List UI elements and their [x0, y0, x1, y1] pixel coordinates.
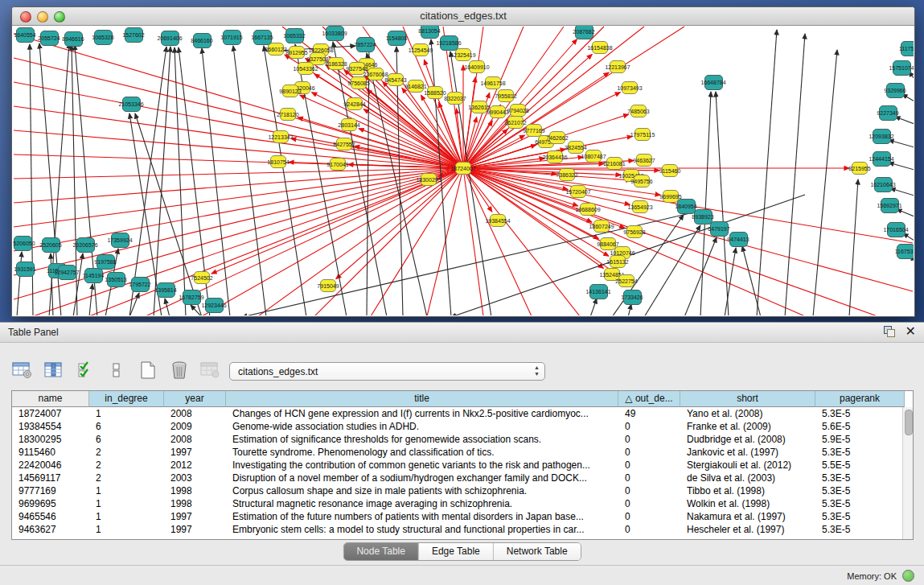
- graph-node[interactable]: 9884067: [600, 237, 616, 250]
- graph-node[interactable]: 11254549: [413, 43, 429, 56]
- graph-node[interactable]: 20364436: [547, 150, 563, 163]
- graph-node[interactable]: 15720407: [570, 185, 586, 198]
- graph-node[interactable]: 25206050: [14, 236, 32, 251]
- graph-node[interactable]: 1065328: [94, 30, 113, 45]
- table-row[interactable]: 946362711997Embryonic stem cells: a mode…: [12, 523, 913, 536]
- graph-node[interactable]: 18300295: [421, 173, 437, 186]
- graph-node[interactable]: 19384554: [490, 214, 506, 227]
- table-row[interactable]: 969969511998Structural magnetic resonanc…: [12, 497, 913, 510]
- column-header-name[interactable]: name: [12, 391, 89, 407]
- table-select-dropdown[interactable]: citations_edges.txt ▲▼: [229, 362, 545, 381]
- graph-node[interactable]: 1810754: [270, 155, 286, 168]
- column-header-pagerank[interactable]: pagerank: [815, 391, 905, 407]
- graph-node[interactable]: 8186328: [328, 57, 344, 70]
- column-header-out_de[interactable]: △ out_de...: [618, 391, 680, 407]
- graph-node[interactable]: 12942757: [58, 265, 76, 280]
- graph-node[interactable]: 9756928: [626, 225, 643, 238]
- table-row[interactable]: 2242004622012Investigating the contribut…: [12, 459, 913, 472]
- graph-node[interactable]: 9115460: [662, 164, 678, 177]
- graph-node[interactable]: 8912955: [289, 46, 305, 59]
- graph-node[interactable]: 9495756: [634, 175, 650, 187]
- graph-node[interactable]: 9890123: [282, 84, 298, 97]
- graph-node[interactable]: 1795722: [131, 277, 150, 292]
- graph-node[interactable]: 10543362: [298, 62, 314, 75]
- graph-node[interactable]: 16648784: [704, 75, 723, 90]
- graph-node[interactable]: 2087682: [575, 26, 593, 39]
- graph-node[interactable]: 17359924: [111, 233, 129, 248]
- graph-node[interactable]: 1640554: [16, 27, 35, 43]
- graph-node[interactable]: 2520605: [42, 237, 60, 253]
- graph-node[interactable]: 7915049: [320, 279, 336, 292]
- graph-node[interactable]: 1145194: [84, 268, 103, 283]
- graph-node[interactable]: 9170041: [330, 158, 346, 171]
- graph-node[interactable]: 1615132: [610, 255, 626, 268]
- graph-node[interactable]: 1931591: [16, 262, 35, 277]
- graph-node[interactable]: 12213967: [610, 60, 626, 73]
- graph-node[interactable]: 9242844: [347, 97, 363, 110]
- graph-node[interactable]: 12213343: [273, 130, 289, 143]
- graph-node[interactable]: 18607249: [593, 220, 610, 233]
- graph-node[interactable]: 1071915: [223, 30, 241, 45]
- graph-node[interactable]: 6479197: [710, 221, 729, 237]
- graph-node[interactable]: 8938923: [694, 209, 713, 225]
- graph-node[interactable]: 10807487: [585, 150, 602, 163]
- graph-node[interactable]: 1065332: [285, 28, 304, 43]
- graph-node[interactable]: 14136141: [589, 284, 608, 299]
- column-header-year[interactable]: year: [164, 391, 226, 407]
- tab-edge-table[interactable]: Edge Table: [419, 543, 494, 560]
- table-row[interactable]: 1456911722003Disruption of a novel membe…: [12, 472, 913, 484]
- graph-node[interactable]: 7462662: [549, 131, 565, 144]
- table-settings-icon[interactable]: [11, 359, 34, 381]
- graph-node[interactable]: 16409910: [469, 60, 485, 73]
- graph-node[interactable]: 2522754: [618, 274, 634, 287]
- scrollbar-thumb[interactable]: [905, 410, 913, 435]
- graph-node[interactable]: 1167533: [897, 244, 914, 259]
- graph-node[interactable]: 12325419: [455, 48, 471, 61]
- graph-node[interactable]: 12093832: [873, 129, 891, 144]
- graph-node[interactable]: 9474413: [729, 232, 748, 247]
- table-row[interactable]: 977716911998Corpus callosum shape and si…: [12, 484, 913, 497]
- graph-node[interactable]: 1733426: [623, 290, 642, 305]
- graph-node[interactable]: 1527602: [125, 27, 143, 43]
- graph-node[interactable]: 1362615: [471, 101, 487, 113]
- graph-node[interactable]: 12444154: [873, 151, 891, 167]
- graph-node[interactable]: 2803144: [341, 118, 357, 131]
- graph-node[interactable]: 12923446: [205, 298, 224, 313]
- float-panel-icon[interactable]: [883, 325, 896, 338]
- graph-node[interactable]: 9463627: [636, 154, 652, 167]
- graph-node[interactable]: 8946616: [64, 31, 83, 47]
- graph-node[interactable]: 8427552: [336, 138, 352, 150]
- add-column-icon[interactable]: [43, 359, 65, 381]
- graph-node[interactable]: 9699695: [663, 190, 679, 203]
- graph-node[interactable]: 1154808: [388, 31, 406, 46]
- table-row[interactable]: 1872400712008Changes of HCN gene express…: [12, 407, 913, 420]
- select-columns-icon[interactable]: [74, 359, 97, 381]
- graph-node[interactable]: 7955812: [498, 89, 514, 102]
- graph-node[interactable]: 8813054: [421, 26, 439, 39]
- tab-node-table[interactable]: Node Table: [343, 543, 419, 560]
- graph-node[interactable]: 8215955: [852, 162, 868, 175]
- graph-node[interactable]: 14961758: [485, 76, 501, 89]
- graph-node[interactable]: 13654923: [632, 200, 648, 213]
- table-row[interactable]: 1830029562008Estimation of significance …: [12, 433, 913, 446]
- graph-node[interactable]: 16154838: [592, 41, 608, 54]
- graph-node[interactable]: 10688609: [580, 203, 596, 216]
- graph-node[interactable]: 15751074: [893, 60, 911, 76]
- graph-node[interactable]: 9146821: [408, 80, 424, 93]
- graph-node[interactable]: 10973493: [622, 81, 638, 94]
- delete-trash-icon[interactable]: [168, 359, 191, 381]
- table-row[interactable]: 911546021997Tourette syndrome. Phenomeno…: [12, 446, 913, 459]
- graph-node[interactable]: 1350513: [107, 272, 125, 287]
- row-height-icon[interactable]: [105, 359, 128, 381]
- graph-node[interactable]: 20691406: [161, 31, 179, 46]
- graph-node[interactable]: 1667135: [253, 30, 272, 45]
- graph-node[interactable]: 2718120: [280, 108, 296, 121]
- graph-node[interactable]: 17975115: [634, 128, 651, 141]
- graph-node[interactable]: 9327548: [349, 62, 365, 75]
- graph-node[interactable]: 16033809: [326, 26, 344, 41]
- graph-node[interactable]: 7485063: [630, 105, 647, 117]
- graph-node[interactable]: 1117534: [901, 41, 914, 56]
- graph-node[interactable]: 2055724: [40, 31, 59, 46]
- graph-node[interactable]: 23676068: [368, 68, 384, 80]
- graph-node[interactable]: 3824554: [568, 141, 584, 154]
